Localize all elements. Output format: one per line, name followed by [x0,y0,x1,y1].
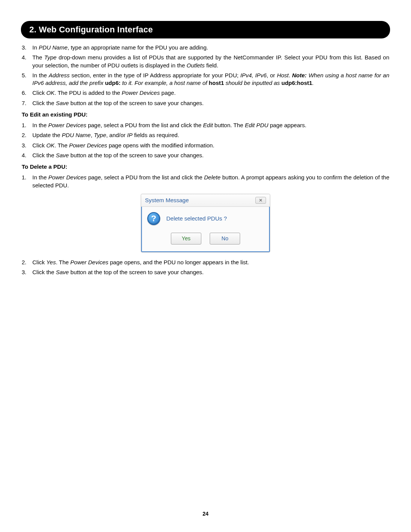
yes-button[interactable]: Yes [171,233,201,244]
list-item-number: 5. [22,72,32,87]
list-item: 7.Click the Save button at the top of th… [22,99,389,107]
instruction-list-delete-b: 2.Click Yes. The Power Devices page open… [22,259,389,276]
list-item-text: Click Yes. The Power Devices page opens,… [32,259,389,266]
close-icon[interactable]: ✕ [255,197,266,204]
page-content: 3.In PDU Name, type an appropriate name … [21,44,390,276]
dialog-title-text: System Message [145,197,189,204]
list-item-number: 1. [22,121,32,129]
list-item-number: 4. [22,54,32,69]
list-item: 1.In the Power Devices page, select a PD… [22,174,389,189]
list-item: 4.The Type drop-down menu provides a lis… [22,54,389,69]
list-item-number: 3. [22,142,32,149]
list-item: 2.Click Yes. The Power Devices page open… [22,259,389,266]
list-item: 6.Click OK. The PDU is added to the Powe… [22,89,389,97]
dialog-body: ? Delete selected PDUs ? Yes No [141,207,270,252]
section-title: 2. Web Configuration Interface [29,25,153,34]
dialog-message-row: ? Delete selected PDUs ? [147,212,264,225]
list-item: 4.Click the Save button at the top of th… [22,152,389,159]
list-item-text: In the Power Devices page, select a PDU … [32,174,389,189]
system-message-dialog: System Message ✕ ? Delete selected PDUs … [141,194,270,252]
list-item-text: Click OK. The PDU is added to the Power … [32,89,389,97]
list-item-number: 4. [22,152,32,159]
list-item: 3.Click the Save button at the top of th… [22,268,389,276]
no-button[interactable]: No [210,233,240,244]
list-item-text: Click the Save button at the top of the … [32,152,389,159]
dialog-titlebar: System Message ✕ [141,194,270,207]
list-item-text: In the Power Devices page, select a PDU … [32,121,389,129]
list-item: 5.In the Address section, enter in the t… [22,72,389,87]
dialog-screenshot: System Message ✕ ? Delete selected PDUs … [22,194,389,252]
dialog-button-row: Yes No [147,233,264,244]
dialog-message: Delete selected PDUs ? [166,215,227,222]
list-item-number: 6. [22,89,32,97]
list-item-number: 2. [22,131,32,139]
list-item-text: Click the Save button at the top of the … [32,268,389,276]
subheading-delete: To Delete a PDU: [22,163,389,171]
instruction-list-add: 3.In PDU Name, type an appropriate name … [22,44,389,107]
list-item: 3.Click OK. The Power Devices page opens… [22,142,389,149]
list-item-text: The Type drop-down menu provides a list … [32,54,389,69]
list-item-number: 1. [22,174,32,189]
section-header: 2. Web Configuration Interface [21,21,390,38]
instruction-list-delete-a: 1.In the Power Devices page, select a PD… [22,174,389,189]
page-number: 24 [0,511,411,517]
list-item-text: Click the Save button at the top of the … [32,99,389,107]
list-item-text: In the Address section, enter in the typ… [32,72,389,87]
list-item-text: Click OK. The Power Devices page opens w… [32,142,389,149]
list-item: 1.In the Power Devices page, select a PD… [22,121,389,129]
list-item-number: 3. [22,268,32,276]
instruction-list-edit: 1.In the Power Devices page, select a PD… [22,121,389,159]
list-item-text: In PDU Name, type an appropriate name fo… [32,44,389,51]
question-icon: ? [147,212,160,225]
list-item: 3.In PDU Name, type an appropriate name … [22,44,389,51]
list-item-number: 7. [22,99,32,107]
subheading-edit: To Edit an existing PDU: [22,111,389,118]
list-item-number: 3. [22,44,32,51]
list-item-text: Update the PDU Name, Type, and/or IP fie… [32,131,389,139]
list-item: 2.Update the PDU Name, Type, and/or IP f… [22,131,389,139]
list-item-number: 2. [22,259,32,266]
